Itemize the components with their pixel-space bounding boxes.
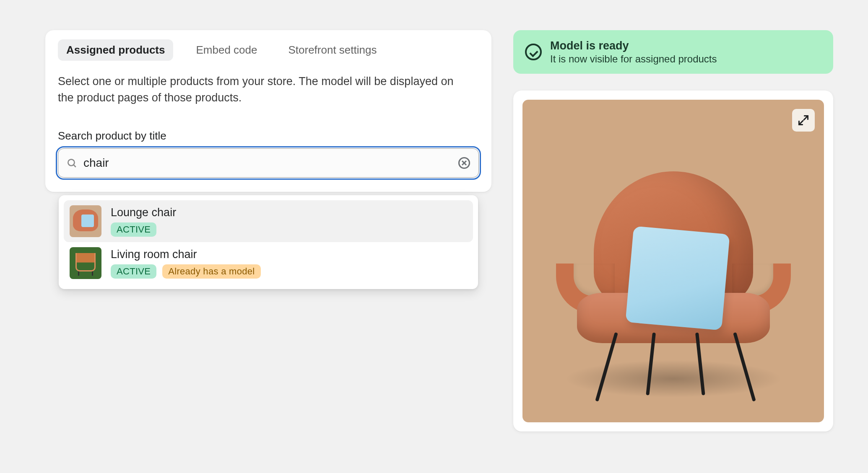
model-preview[interactable] [522, 100, 824, 422]
search-input[interactable] [58, 148, 479, 178]
search-field [58, 148, 479, 178]
result-title: Lounge chair [111, 206, 176, 219]
tab-assigned-products[interactable]: Assigned products [58, 39, 173, 61]
search-icon [66, 158, 77, 168]
banner-subtitle: It is now visible for assigned products [550, 53, 717, 65]
help-text: Select one or multiple products from you… [58, 73, 469, 106]
has-model-badge: Already has a model [162, 264, 260, 279]
svg-point-0 [68, 160, 74, 166]
search-results-dropdown: Lounge chair ACTIVE Living room chair AC… [59, 195, 478, 289]
clear-search-icon[interactable] [458, 157, 470, 169]
banner-title: Model is ready [550, 39, 717, 52]
model-preview-card [513, 90, 833, 432]
check-circle-icon [525, 44, 542, 60]
assigned-products-panel: Assigned products Embed code Storefront … [45, 30, 491, 192]
status-banner: Model is ready It is now visible for ass… [513, 30, 833, 74]
result-option[interactable]: Living room chair ACTIVE Already has a m… [64, 242, 473, 284]
search-label: Search product by title [58, 129, 479, 142]
chair-model-icon [564, 167, 782, 393]
tab-storefront-settings[interactable]: Storefront settings [280, 39, 385, 61]
result-option[interactable]: Lounge chair ACTIVE [64, 200, 473, 242]
tabs: Assigned products Embed code Storefront … [58, 39, 479, 61]
result-title: Living room chair [111, 248, 261, 261]
status-badge: ACTIVE [111, 222, 156, 237]
expand-button[interactable] [792, 109, 815, 132]
product-thumbnail [70, 247, 101, 279]
status-badge: ACTIVE [111, 264, 156, 279]
svg-line-1 [74, 165, 76, 167]
tab-embed-code[interactable]: Embed code [187, 39, 265, 61]
product-thumbnail [70, 205, 101, 237]
